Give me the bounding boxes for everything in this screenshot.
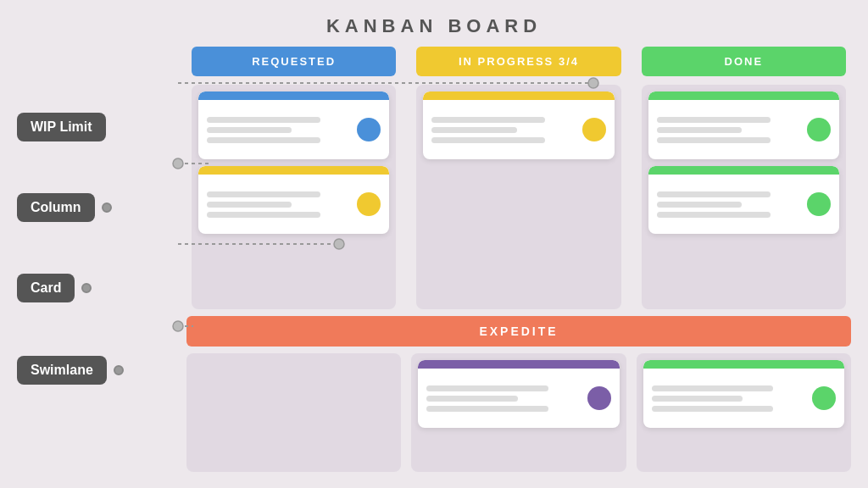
- kanban-card[interactable]: [648, 166, 839, 234]
- done-body: [642, 85, 846, 309]
- card-line: [207, 212, 320, 218]
- card-body: [198, 175, 389, 234]
- card-line: [657, 117, 771, 123]
- card-body: [648, 175, 839, 234]
- card-line: [426, 385, 548, 391]
- card-status-dot: [357, 192, 381, 216]
- card-line: [431, 117, 545, 123]
- card-lines: [657, 191, 798, 218]
- kanban-card[interactable]: [418, 360, 619, 428]
- card-line: [207, 117, 320, 123]
- card-status-dot: [807, 118, 831, 141]
- card-bar: [648, 92, 839, 100]
- card-body: [418, 369, 619, 428]
- kanban-card[interactable]: [198, 166, 389, 234]
- labels-area: WIP Limit Column Card Swimlane: [17, 47, 178, 471]
- card-line: [207, 137, 320, 143]
- card-line: [657, 191, 771, 197]
- card-bar: [418, 360, 619, 369]
- inprogress-body: [416, 85, 620, 309]
- card-status-dot: [582, 118, 606, 141]
- kanban-card[interactable]: [198, 92, 389, 159]
- card-lines: [652, 385, 804, 412]
- swimlane-bar: EXPEDITE: [186, 316, 851, 347]
- kanban-card[interactable]: [643, 360, 844, 428]
- page-title: KANBAN BOARD: [0, 0, 868, 37]
- label-wip-limit: WIP Limit: [17, 113, 106, 141]
- card-status-dot: [357, 118, 381, 141]
- card-lines: [207, 191, 348, 218]
- card-line: [652, 385, 773, 391]
- empty-slot: [423, 166, 614, 302]
- done-header: DONE: [642, 47, 846, 76]
- card-line: [207, 202, 292, 208]
- label-card: Card: [17, 274, 92, 302]
- card-lines: [207, 117, 348, 143]
- kanban-card[interactable]: [423, 92, 614, 159]
- card-label: Card: [17, 274, 75, 302]
- card-status-dot: [812, 386, 836, 410]
- swimlane-dot: [114, 365, 124, 375]
- requested-header: REQUESTED: [192, 47, 396, 76]
- card-line: [652, 406, 773, 412]
- card-line: [431, 137, 545, 143]
- column-label: Column: [17, 193, 95, 222]
- column-inprogress: IN PROGRESS 3/4: [416, 47, 620, 309]
- card-status-dot: [807, 192, 831, 216]
- card-line: [657, 137, 771, 143]
- column-done: DONE: [642, 47, 846, 309]
- card-lines: [431, 117, 573, 143]
- card-line: [426, 396, 518, 402]
- card-line: [657, 127, 742, 133]
- column-requested: REQUESTED: [192, 47, 396, 309]
- card-dot-indicator: [81, 283, 92, 293]
- card-line: [207, 191, 320, 197]
- card-body: [643, 369, 844, 428]
- label-swimlane: Swimlane: [17, 356, 124, 385]
- swimlane-inprogress: [411, 353, 626, 472]
- wip-limit-label: WIP Limit: [17, 113, 106, 141]
- card-bar: [198, 166, 389, 175]
- card-bar: [648, 166, 839, 175]
- card-line: [652, 396, 743, 402]
- card-line: [431, 127, 516, 133]
- card-bar: [643, 360, 844, 369]
- card-line: [657, 202, 742, 208]
- card-line: [657, 212, 771, 218]
- card-line: [207, 127, 292, 133]
- requested-body: [192, 85, 396, 309]
- card-status-dot: [587, 386, 611, 410]
- card-bar: [198, 92, 389, 100]
- card-lines: [657, 117, 798, 143]
- card-body: [423, 100, 614, 159]
- swimlane-requested: [186, 353, 401, 472]
- kanban-card[interactable]: [648, 92, 839, 159]
- card-bar: [423, 92, 614, 100]
- board: REQUESTED: [186, 47, 851, 471]
- inprogress-header: IN PROGRESS 3/4: [416, 47, 620, 76]
- swimlane-done: [637, 353, 851, 472]
- card-body: [648, 100, 839, 159]
- card-body: [198, 100, 389, 159]
- card-lines: [426, 385, 578, 412]
- card-line: [426, 406, 548, 412]
- swimlane-label: Swimlane: [17, 356, 107, 385]
- column-dot: [102, 202, 112, 213]
- label-column: Column: [17, 193, 112, 222]
